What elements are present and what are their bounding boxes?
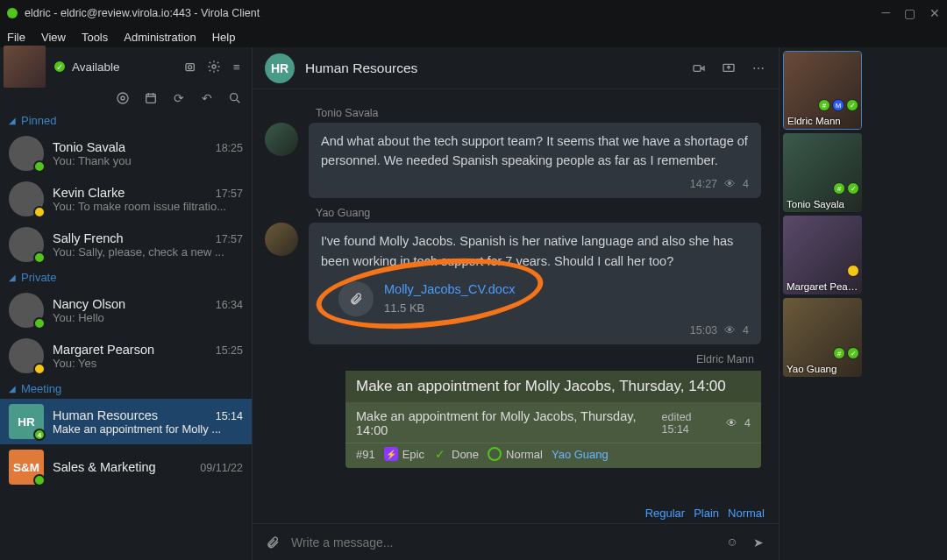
- menu-file[interactable]: File: [7, 31, 25, 44]
- attachment[interactable]: Molly_Jacobs_CV.docx 11.5 KB: [338, 280, 749, 317]
- room-title: Human Resources: [305, 60, 680, 76]
- participant-card[interactable]: # ✓ Yao Guang: [783, 298, 862, 377]
- menu-administration[interactable]: Administration: [124, 31, 196, 44]
- chat-time: 17:57: [216, 188, 243, 200]
- room-avatar[interactable]: S&M: [9, 450, 44, 485]
- participant-name: Tonio Sayala: [787, 199, 858, 209]
- composer: ☺ ➤: [253, 523, 779, 560]
- chat-time: 17:57: [216, 233, 243, 245]
- menu-icon[interactable]: ≡: [229, 59, 245, 74]
- message-bubble[interactable]: And what about the tech support team? It…: [309, 123, 761, 198]
- mode-regular[interactable]: Regular: [645, 507, 686, 520]
- chat-name: Kevin Clarke: [53, 186, 125, 200]
- maximize-icon[interactable]: ▢: [904, 6, 915, 20]
- attach-icon[interactable]: [265, 535, 281, 550]
- screenshare-icon[interactable]: [721, 60, 737, 76]
- mentions-icon[interactable]: ⟳: [171, 90, 187, 106]
- task-status: Done: [452, 448, 479, 461]
- emoji-icon[interactable]: ☺: [724, 535, 740, 550]
- chat-time: 15:25: [216, 344, 243, 357]
- task-title: Make an appointment for Molly Jacobs, Th…: [345, 371, 761, 402]
- message-bubble[interactable]: I've found Molly Jacobs. Spanish is her …: [309, 223, 761, 344]
- view-count: 4: [743, 176, 749, 193]
- msg-author: Eldric Mann: [316, 353, 754, 365]
- private-item[interactable]: Nancy Olson16:34You: Hello: [0, 287, 252, 333]
- menu-view[interactable]: View: [41, 31, 66, 44]
- eye-icon: 👁: [724, 323, 736, 339]
- self-avatar[interactable]: [4, 46, 46, 88]
- priority-icon: [488, 447, 502, 461]
- participant-card[interactable]: # ✓ Tonio Sayala: [783, 133, 862, 212]
- pinned-item[interactable]: Sally French17:57You: Sally, please, che…: [0, 222, 252, 267]
- window-title: eldric - eldric@review.virola.io:443 - V…: [25, 7, 874, 19]
- task-id: #91: [356, 448, 375, 461]
- more-icon[interactable]: ⋯: [751, 60, 766, 76]
- msg-author: Tonio Savala: [316, 107, 761, 119]
- menu-tools[interactable]: Tools: [82, 31, 108, 44]
- task-assignee[interactable]: Yao Guang: [552, 448, 609, 461]
- task-epic: Epic: [402, 448, 424, 461]
- section-meeting[interactable]: ◢Meeting: [0, 379, 252, 399]
- chat-preview: You: To make room issue filtratio...: [53, 200, 243, 213]
- minimize-icon[interactable]: ─: [881, 6, 890, 20]
- avatar[interactable]: [9, 227, 44, 262]
- avatar[interactable]: [9, 293, 44, 328]
- meeting-item[interactable]: S&MSales & Marketing09/11/22: [0, 444, 252, 490]
- chat-name: Nancy Olson: [53, 297, 125, 311]
- room-avatar[interactable]: HR: [265, 53, 295, 83]
- chat-preview: Make an appointment for Molly ...: [53, 422, 243, 436]
- msg-time: 14:27: [690, 176, 717, 193]
- chat-preview: You: Thank you: [53, 154, 243, 167]
- chat-name: Human Resources: [53, 408, 158, 422]
- svg-point-6: [231, 94, 238, 101]
- section-pinned[interactable]: ◢Pinned: [0, 110, 252, 131]
- eye-icon: 👁: [724, 176, 736, 193]
- section-private[interactable]: ◢Private: [0, 267, 252, 287]
- avatar[interactable]: [265, 223, 298, 256]
- avatar[interactable]: [265, 123, 298, 156]
- pinned-item[interactable]: Tonio Savala18:25You: Thank you: [0, 131, 252, 176]
- app-icon: [7, 8, 18, 18]
- avatar[interactable]: [9, 181, 44, 216]
- avatar[interactable]: [9, 136, 44, 171]
- camera-icon[interactable]: [183, 59, 199, 74]
- task-card[interactable]: Make an appointment for Molly Jacobs, Th…: [345, 371, 761, 468]
- settings-icon[interactable]: [115, 90, 131, 106]
- mic-badge: M: [832, 99, 844, 111]
- history-icon[interactable]: ↶: [199, 90, 215, 106]
- titlebar: eldric - eldric@review.virola.io:443 - V…: [0, 0, 947, 26]
- private-item[interactable]: Margaret Pearson15:25You: Yes: [0, 333, 252, 379]
- mode-plain[interactable]: Plain: [694, 507, 719, 520]
- send-icon[interactable]: ➤: [751, 535, 766, 550]
- mode-normal[interactable]: Normal: [728, 507, 765, 520]
- video-icon[interactable]: [691, 60, 707, 76]
- gear-icon[interactable]: [206, 59, 222, 74]
- status-badge: [847, 265, 859, 277]
- file-size: 11.5 KB: [384, 300, 515, 317]
- svg-point-3: [121, 96, 125, 100]
- editor-modes: Regular Plain Normal: [253, 503, 779, 523]
- hash-badge: #: [833, 182, 845, 195]
- chat-time: 18:25: [216, 142, 243, 154]
- svg-point-2: [212, 65, 216, 68]
- message-input[interactable]: [291, 535, 714, 549]
- meeting-item[interactable]: HR4Human Resources15:14Make an appointme…: [0, 399, 252, 444]
- participant-name: Yao Guang: [787, 364, 858, 374]
- participant-card[interactable]: #M ✓ Eldric Mann: [783, 51, 862, 130]
- calendar-icon[interactable]: [143, 90, 159, 106]
- status-tick-icon: ✓: [53, 60, 67, 74]
- status-badge: ✓: [847, 182, 859, 195]
- room-avatar[interactable]: HR4: [9, 404, 44, 439]
- message-text: I've found Molly Jacobs. Spanish is her …: [321, 234, 733, 267]
- close-icon[interactable]: ✕: [929, 6, 940, 20]
- menu-help[interactable]: Help: [212, 31, 236, 44]
- participant-card[interactable]: Margaret Pearson: [783, 216, 862, 294]
- pinned-item[interactable]: Kevin Clarke17:57You: To make room issue…: [0, 176, 252, 222]
- chat-preview: You: Hello: [53, 311, 243, 324]
- participant-name: Eldric Mann: [787, 116, 858, 126]
- svg-point-4: [117, 93, 128, 103]
- avatar[interactable]: [9, 338, 44, 373]
- self-status[interactable]: Available: [72, 60, 120, 74]
- sidebar: ✓ Available ≡ ⟳ ↶ ◢Pinned Tonio Savala18…: [0, 47, 253, 560]
- search-icon[interactable]: [227, 90, 243, 106]
